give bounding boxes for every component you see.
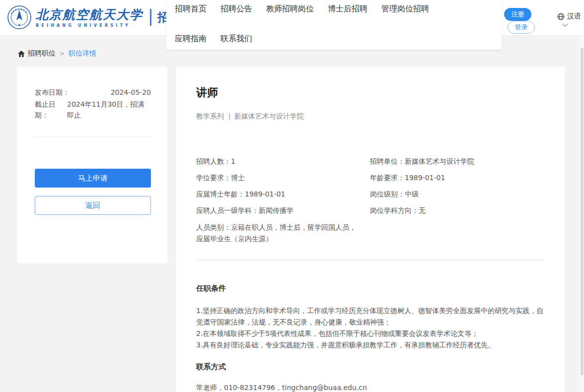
nav-item-teacher-positions[interactable]: 教师招聘岗位 bbox=[266, 3, 314, 14]
nav-item-application-guide[interactable]: 应聘指南 bbox=[175, 33, 207, 44]
field-age-requirement: 年龄要求：1989-01-01 bbox=[370, 173, 545, 183]
content-divider bbox=[196, 260, 545, 260]
field-position-level: 岗位级别：中级 bbox=[370, 189, 545, 199]
university-name-cn: 北京航空航天大学 bbox=[36, 7, 143, 22]
breadcrumb-section-label: 招聘职位 bbox=[28, 49, 56, 58]
main-nav: 招聘首页 招聘公告 教师招聘岗位 博士后招聘 管理岗位招聘 应聘指南 联系我们 bbox=[166, 0, 502, 50]
university-name-en: BEIHANG UNIVERSITY bbox=[36, 23, 143, 28]
language-selector[interactable]: 汉语 bbox=[557, 12, 581, 21]
publish-date-row: 发布日期： 2024-05-20 bbox=[35, 87, 151, 98]
deadline-value: 2024年11月30日，招满即止 bbox=[67, 99, 151, 121]
job-fields: 招聘人数：1 招聘单位：新媒体艺术与设计学院 学位要求：博士 年龄要求：1989… bbox=[196, 156, 545, 245]
publish-date-value: 2024-05-20 bbox=[111, 87, 151, 98]
job-department: 新媒体艺术与设计学院 bbox=[234, 112, 304, 120]
job-summary-card: 发布日期： 2024-05-20 截止日期： 2024年11月30日，招满即止 … bbox=[17, 67, 167, 263]
job-title: 讲师 bbox=[196, 85, 545, 100]
nav-item-contact-us[interactable]: 联系我们 bbox=[220, 33, 252, 44]
contact-heading: 联系方式 bbox=[196, 363, 545, 371]
publish-date-label: 发布日期： bbox=[35, 87, 70, 98]
nav-item-announcements[interactable]: 招聘公告 bbox=[220, 3, 252, 14]
scrollbar-thumb[interactable] bbox=[581, 48, 584, 375]
field-hiring-unit: 招聘单位：新媒体艺术与设计学院 bbox=[370, 156, 545, 166]
job-subtitle: 教学系列|新媒体艺术与设计学院 bbox=[196, 111, 545, 121]
breadcrumb: 招聘职位 > 职位详情 bbox=[18, 49, 96, 58]
deadline-label: 截止日期： bbox=[35, 99, 59, 121]
register-button[interactable]: 注册 bbox=[504, 8, 531, 21]
deadline-row: 截止日期： 2024年11月30日，招满即止 bbox=[35, 99, 151, 121]
university-logo[interactable]: 北京航空航天大学 BEIHANG UNIVERSITY 招聘网 bbox=[7, 5, 193, 30]
field-headcount: 招聘人数：1 bbox=[196, 156, 370, 166]
nav-item-management-positions[interactable]: 管理岗位招聘 bbox=[381, 3, 429, 14]
apply-now-button[interactable]: 马上申请 bbox=[35, 169, 151, 188]
nav-row-2: 应聘指南 联系我们 bbox=[175, 33, 252, 44]
nav-row-1: 招聘首页 招聘公告 教师招聘岗位 博士后招聘 管理岗位招聘 bbox=[175, 3, 429, 14]
breadcrumb-current: 职位详情 bbox=[69, 49, 96, 58]
home-icon bbox=[18, 51, 25, 57]
university-name-block: 北京航空航天大学 BEIHANG UNIVERSITY bbox=[36, 7, 143, 28]
page: 北京航空航天大学 BEIHANG UNIVERSITY 招聘网 注册 登录 汉语… bbox=[0, 0, 584, 392]
breadcrumb-separator: > bbox=[60, 50, 65, 57]
requirements-heading: 任职条件 bbox=[196, 284, 545, 292]
login-button[interactable]: 登录 bbox=[508, 21, 535, 34]
requirements-text: 1.坚持正确的政治方向和学术导向，工作或学习经历充分体现立德树人、德智体美劳全面… bbox=[196, 305, 545, 351]
field-personnel-category: 人员类别：京籍在职人员，博士后，留学回国人员，应届毕业生（京内生源） bbox=[196, 222, 361, 245]
nav-item-home[interactable]: 招聘首页 bbox=[175, 3, 207, 14]
requirement-item: 2.在本领域取得不少于5项代表性成果，包括但不限于核心刊物或重要会议发表学术论文… bbox=[196, 328, 545, 339]
globe-icon bbox=[557, 13, 565, 20]
breadcrumb-section-link[interactable]: 招聘职位 bbox=[18, 49, 56, 58]
job-detail-card: 讲师 教学系列|新媒体艺术与设计学院 招聘人数：1 招聘单位：新媒体艺术与设计学… bbox=[176, 67, 565, 392]
back-button[interactable]: 返回 bbox=[35, 196, 151, 215]
logo-divider bbox=[150, 9, 151, 26]
field-first-level-discipline: 应聘人员一级学科：新闻传播学 bbox=[196, 205, 370, 215]
field-discipline-direction: 岗位学科方向：无 bbox=[370, 205, 545, 215]
scrollbar-track[interactable] bbox=[580, 36, 584, 392]
contact-info: 常老师，010-82314796，tingchang@buaa.edu.cn bbox=[196, 383, 545, 392]
requirement-item: 1.坚持正确的政治方向和学术导向，工作或学习经历充分体现立德树人、德智体美劳全面… bbox=[196, 305, 545, 328]
field-degree-requirement: 学位要求：博士 bbox=[196, 173, 370, 183]
sidebar-divider bbox=[35, 136, 151, 137]
chevron-down-icon[interactable] bbox=[562, 23, 569, 27]
requirement-item: 3.具有良好理论基础，专业实践能力强，并愿意积极承担教学工作，有承担教辅工作经历… bbox=[196, 339, 545, 351]
language-label: 汉语 bbox=[567, 12, 581, 21]
nav-item-postdoc[interactable]: 博士后招聘 bbox=[328, 3, 367, 14]
field-fresh-phd-age: 应届博士年龄：1989-01-01 bbox=[196, 189, 370, 199]
subtitle-separator: | bbox=[228, 112, 231, 120]
job-series: 教学系列 bbox=[196, 112, 224, 120]
university-seal-icon bbox=[7, 5, 32, 30]
